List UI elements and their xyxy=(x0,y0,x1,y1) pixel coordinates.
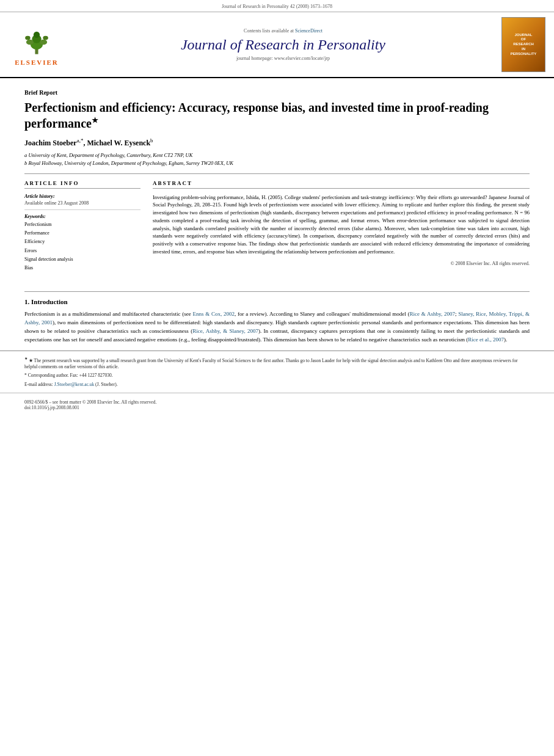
article-info-header: ARTICLE INFO xyxy=(24,180,140,189)
abstract-column: ABSTRACT Investigating problem-solving p… xyxy=(153,180,530,273)
abstract-header: ABSTRACT xyxy=(153,180,530,189)
keyword-5: Signal detection analysis xyxy=(24,255,140,264)
journal-name: Journal of Research in Personality xyxy=(181,36,385,54)
contents-line: Contents lists available at ScienceDirec… xyxy=(244,28,323,34)
abstract-text: Investigating problem-solving performanc… xyxy=(153,194,530,256)
affiliation-a: a University of Kent, Department of Psyc… xyxy=(24,151,530,159)
journal-top-bar: Journal of Research in Personality 42 (2… xyxy=(0,0,554,12)
svg-point-6 xyxy=(25,36,31,40)
body-content: 1. Introduction Perfectionism is as a mu… xyxy=(0,291,554,344)
abstract-paragraph: Investigating problem-solving performanc… xyxy=(153,194,530,256)
introduction-paragraph1: Perfectionism is as a multidimensional a… xyxy=(24,310,530,344)
article-info-column: ARTICLE INFO Article history: Available … xyxy=(24,180,140,273)
elsevier-brand-text: ELSEVIER xyxy=(15,59,59,66)
intro-text: Perfectionism is as a multidimensional a… xyxy=(24,311,530,343)
page: Journal of Research in Personality 42 (2… xyxy=(0,0,554,756)
keywords-label: Keywords: xyxy=(24,214,140,219)
history-label: Article history: xyxy=(24,194,140,199)
keyword-4: Errors xyxy=(24,247,140,255)
affiliations: a University of Kent, Department of Psyc… xyxy=(24,151,530,167)
footnote-star-symbol: ★ xyxy=(24,357,27,360)
main-content: Brief Report Perfectionism and efficienc… xyxy=(0,78,554,285)
ref-rice-ashby-2007[interactable]: Rice & Ashby, 2007 xyxy=(410,311,455,317)
journal-logo-image: JOURNAL OF RESEARCH IN PERSONALITY xyxy=(501,17,545,72)
footnote-area: ★ ★ The present research was supported b… xyxy=(0,351,554,388)
elsevier-logo: ELSEVIER xyxy=(6,17,67,72)
author-email-link[interactable]: J.Stoeber@kent.ac.uk xyxy=(54,382,94,387)
keyword-2: Performance xyxy=(24,229,140,238)
svg-point-5 xyxy=(40,40,47,45)
divider-after-affiliations xyxy=(24,173,530,174)
info-divider xyxy=(24,209,140,210)
ref-rice-etal[interactable]: Rice et al., 2007 xyxy=(468,336,504,343)
svg-point-7 xyxy=(43,36,48,40)
footnote-star: ★ ★ The present research was supported b… xyxy=(24,356,530,371)
journal-center: Contents lists available at ScienceDirec… xyxy=(67,17,499,72)
journal-citation: Journal of Research in Personality 42 (2… xyxy=(222,4,332,9)
svg-point-3 xyxy=(34,32,40,38)
author1-sup: a,* xyxy=(77,137,84,144)
elsevier-tree-icon xyxy=(18,23,55,57)
keyword-6: Bias xyxy=(24,264,140,272)
logo-text: JOURNAL OF RESEARCH IN PERSONALITY xyxy=(511,33,537,57)
keywords-list: Perfectionism Performance Efficiency Err… xyxy=(24,220,140,273)
header-area: ELSEVIER Contents lists available at Sci… xyxy=(0,12,554,78)
doi-line: doi:10.1016/j.jrp.2008.08.001 xyxy=(24,405,530,410)
bottom-bar: 0092-6566/$ – see front matter © 2008 El… xyxy=(0,393,554,413)
authors: Joachim Stoebera,*, Michael W. Eysenckb xyxy=(24,137,530,148)
keyword-1: Perfectionism xyxy=(24,220,140,229)
journal-homepage: journal homepage: www.elsevier.com/locat… xyxy=(236,56,330,61)
sciencedirect-link[interactable]: ScienceDirect xyxy=(295,28,323,34)
svg-point-4 xyxy=(26,40,34,45)
footnote-email: E-mail address: J.Stoeber@kent.ac.uk (J.… xyxy=(24,382,530,388)
article-title: Perfectionism and efficiency: Accuracy, … xyxy=(24,100,530,131)
footnote-corresponding: * Corresponding author. Fax: +44 1227 82… xyxy=(24,373,530,379)
info-columns: ARTICLE INFO Article history: Available … xyxy=(24,180,530,273)
section-divider-intro xyxy=(24,291,530,292)
author2-sup: b xyxy=(150,137,153,144)
affiliation-b: b Royal Holloway, University of London, … xyxy=(24,159,530,167)
keyword-3: Efficiency xyxy=(24,238,140,246)
title-star: ★ xyxy=(92,116,98,125)
journal-logo-box: JOURNAL OF RESEARCH IN PERSONALITY xyxy=(499,17,548,72)
article-type: Brief Report xyxy=(24,89,530,96)
introduction-heading: 1. Introduction xyxy=(24,298,530,305)
ref-enns-cox[interactable]: Enns & Cox, 2002 xyxy=(193,311,235,317)
copyright-line: © 2008 Elsevier Inc. All rights reserved… xyxy=(153,261,530,266)
available-online: Available online 23 August 2008 xyxy=(24,200,140,206)
issn-line: 0092-6566/$ – see front matter © 2008 El… xyxy=(24,399,530,405)
ref-rice-ashby-slaney[interactable]: Rice, Ashby, & Slaney, 2007 xyxy=(192,328,258,334)
